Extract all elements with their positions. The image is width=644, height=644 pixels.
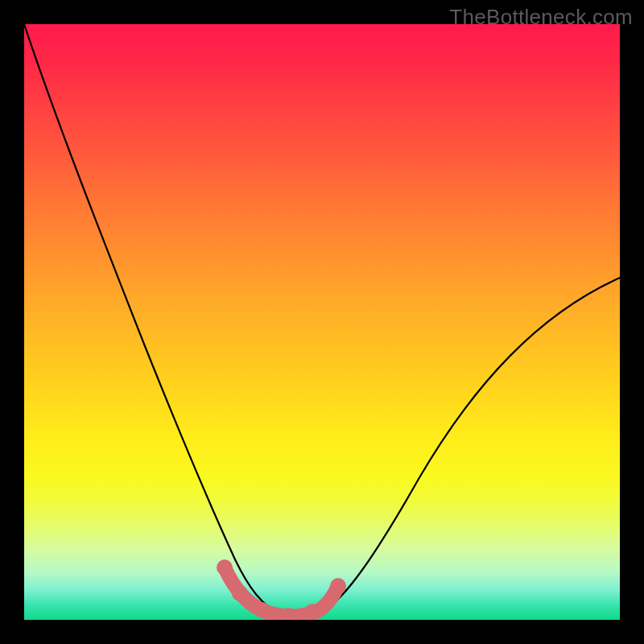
plot-area [24, 24, 620, 620]
basin-dot-5 [304, 604, 320, 620]
basin-dot-2 [232, 585, 248, 601]
basin-dot-right [330, 578, 346, 594]
watermark-text: TheBottleneck.com [449, 5, 633, 30]
basin-dot-3 [254, 602, 270, 618]
basin-dot-left [217, 559, 233, 576]
bottleneck-curve [24, 24, 620, 616]
chart-frame: TheBottleneck.com [0, 0, 644, 644]
curve-overlay [24, 24, 620, 620]
